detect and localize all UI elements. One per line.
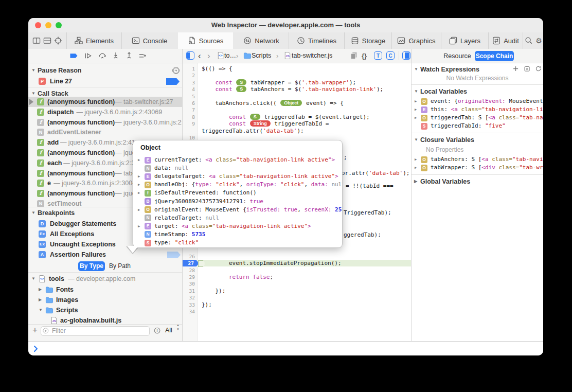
code-content[interactable]: $(() => {	[202, 65, 233, 72]
disclosure-triangle[interactable]: ▶	[415, 97, 417, 105]
line-number[interactable]: 9	[183, 120, 195, 127]
disclosure-triangle[interactable]: ▶	[138, 181, 140, 189]
breadcrumb-item[interactable]: tab-switcher.js	[292, 49, 332, 63]
forward-button[interactable]: ›	[207, 49, 210, 63]
variable-row[interactable]: ▶OtriggeredTab: S [<a class="tab-nav	[412, 114, 543, 122]
type-profiling-icon[interactable]: T	[374, 51, 382, 60]
object-property-row[interactable]: Stype: "click"	[133, 239, 342, 247]
split-horizontal-icon[interactable]	[43, 37, 51, 45]
line-number[interactable]: 8	[183, 114, 195, 120]
code-coverage-icon[interactable]: C	[386, 51, 395, 60]
disclosure-triangle[interactable]: ▼	[414, 135, 418, 145]
disclosure-triangle[interactable]: ▶	[414, 177, 417, 186]
breakpoint-flag-icon[interactable]	[166, 78, 180, 85]
tab-audit[interactable]: Audit	[489, 32, 523, 49]
disclosure-triangle[interactable]: ▶	[415, 155, 417, 164]
pause-resume-icon[interactable]	[84, 51, 93, 60]
tab-timelines[interactable]: Timelines	[289, 32, 345, 49]
step-into-icon[interactable]	[112, 51, 120, 60]
call-stack-frame[interactable]: f(anonymous function)— tab-switcher.js:2…	[28, 97, 182, 107]
breakpoint-item[interactable]: AAssertion Failures	[28, 250, 182, 260]
step-over-icon[interactable]	[98, 51, 107, 60]
refresh-watch-icon[interactable]	[535, 65, 543, 74]
object-property-row[interactable]: ▶EcurrentTarget: <a class="tab-navigatio…	[133, 156, 342, 164]
toggle-right-sidebar-icon[interactable]	[402, 51, 410, 60]
pause-reason-item[interactable]: PLine 27	[28, 76, 182, 86]
disclosure-triangle[interactable]: ▼	[414, 87, 418, 96]
disclosure-triangle[interactable]: ▼	[31, 274, 35, 284]
by-type-button[interactable]: By Type	[78, 261, 105, 271]
line-number[interactable]: 32	[183, 294, 195, 301]
add-resource-button[interactable]: +	[32, 325, 38, 335]
disclosure-triangle[interactable]: ▶	[138, 156, 140, 164]
object-property-row[interactable]: ▶OoriginalEvent: MouseEvent {isTrusted: …	[133, 206, 342, 214]
disclosure-triangle[interactable]: ▼	[31, 65, 35, 76]
disclosure-triangle[interactable]: ▶	[39, 284, 42, 295]
code-content[interactable]: return false;	[229, 274, 273, 280]
breadcrumb-item[interactable]: to…	[224, 49, 236, 63]
scope-dropdown[interactable]: All	[165, 327, 172, 334]
object-property-row[interactable]: BjQuery36008924375739412791: true	[133, 198, 342, 206]
element-picker-icon[interactable]	[54, 37, 62, 45]
line-number[interactable]: 31	[183, 288, 195, 294]
goto-line-icon[interactable]	[172, 67, 180, 74]
code-content[interactable]: });	[202, 301, 212, 308]
line-number[interactable]: 7	[183, 106, 195, 113]
disclosure-triangle[interactable]: ▼	[31, 208, 35, 218]
tree-folder-fonts[interactable]: ▶Fonts	[28, 284, 182, 295]
line-number[interactable]: 5	[183, 93, 195, 100]
code-content[interactable]: const String triggeredTabId =	[229, 120, 329, 127]
tree-folder-scripts[interactable]: ▼Scripts	[28, 305, 182, 315]
code-content[interactable]: event.stopImmediatePropagation();	[229, 260, 342, 266]
disclosure-triangle[interactable]: ▼	[39, 305, 43, 315]
tab-console[interactable]: Console	[122, 32, 177, 49]
tab-scope-chain[interactable]: Scope Chain	[475, 51, 514, 61]
line-number[interactable]: 34	[183, 308, 195, 315]
call-stack-frame[interactable]: f(anonymous function)— jquery-3.6.0.min.…	[28, 117, 182, 128]
disclosure-triangle[interactable]: ▶	[138, 172, 140, 181]
variable-row[interactable]: ▶OtabAnchors: S [<a class="tab-navi	[412, 155, 543, 164]
continue-flag-icon[interactable]	[69, 51, 78, 60]
object-property-row[interactable]: NrelatedTarget: null	[133, 214, 342, 222]
info-icon[interactable]: !	[154, 327, 162, 335]
tab-storage[interactable]: Storage	[345, 32, 392, 49]
call-stack-frame[interactable]: fdispatch— jquery-3.6.0.min.js:2:43069	[28, 107, 182, 117]
disclosure-triangle[interactable]: ▶	[138, 206, 140, 214]
copy-icon[interactable]	[350, 51, 359, 60]
line-number[interactable]: 33	[183, 301, 195, 308]
split-vertical-icon[interactable]	[32, 37, 41, 45]
clear-watch-icon[interactable]	[524, 65, 532, 74]
object-property-row[interactable]: ▶EdelegateTarget: <a class="tab-navigati…	[133, 172, 342, 181]
settings-tab[interactable]: ⚙	[534, 32, 543, 49]
line-number[interactable]: 29	[183, 274, 195, 280]
line-number[interactable]: 28	[183, 267, 195, 274]
code-content[interactable]: const S tabWrapper = $('.tab-wrapper');	[216, 79, 356, 86]
disabled-breakpoint-flag-icon[interactable]	[167, 252, 181, 258]
code-content[interactable]: });	[216, 288, 226, 294]
step-icon[interactable]	[138, 51, 147, 60]
console-prompt-bar[interactable]	[28, 341, 543, 355]
call-stack-frame[interactable]: NaddEventListener	[28, 127, 182, 137]
pretty-print-icon[interactable]: {}	[362, 49, 367, 63]
code-content[interactable]: tabAnchors.click(( Object event) => {	[216, 100, 344, 106]
object-property-row[interactable]: Ndata: null	[133, 164, 342, 172]
line-number[interactable]: 30	[183, 280, 195, 287]
disclosure-triangle[interactable]: ▶	[138, 222, 140, 230]
variable-row[interactable]: ▶Oevent: {originalEvent: MouseEvent	[412, 97, 543, 105]
disclosure-triangle[interactable]: ▼	[414, 65, 418, 74]
variable-row[interactable]: ▶Ethis: <a class="tab-navigation-li	[412, 105, 543, 114]
disclosure-triangle[interactable]: ▶	[415, 164, 417, 172]
code-content[interactable]: triggeredTab.attr('data-tab');	[202, 128, 304, 134]
object-property-row[interactable]: NtimeStamp: 5735	[133, 230, 342, 239]
toggle-left-sidebar-icon[interactable]	[186, 51, 194, 60]
search-tab[interactable]	[523, 32, 534, 49]
tree-root-item[interactable]: ▼<>tools — developer.apple.com	[28, 274, 182, 284]
object-property-row[interactable]: ▶Etarget: <a class="tab-navigation-link …	[133, 222, 342, 230]
code-content[interactable]: const S tabAnchors = $('.tab-navigation-…	[216, 86, 384, 93]
by-path-button[interactable]: By Path	[107, 261, 133, 271]
variable-row[interactable]: ▶OtabWrapper: S [<div class="tab-wr	[412, 164, 543, 172]
tab-sources[interactable]: Sources	[177, 32, 234, 49]
add-watch-icon[interactable]	[512, 65, 521, 74]
tab-layers[interactable]: Layers	[441, 32, 489, 49]
line-number[interactable]: 2	[183, 72, 195, 79]
